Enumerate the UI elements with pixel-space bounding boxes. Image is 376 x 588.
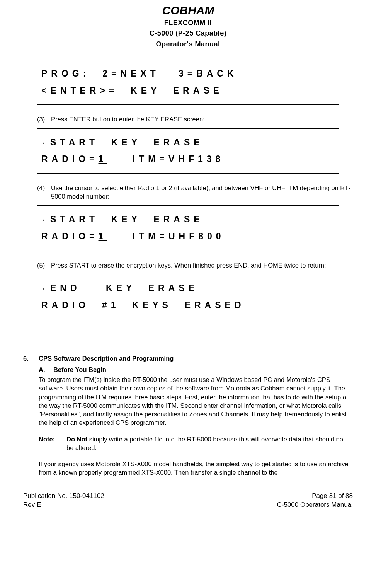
page-number: Page 31 of 88 bbox=[277, 492, 353, 501]
lcd-text: ITM=VHF138 bbox=[107, 154, 224, 164]
lcd-line: PROG: 2=NEXT 3=BACK bbox=[41, 65, 335, 82]
step-number: (4) bbox=[37, 184, 48, 192]
lcd-display-prog: PROG: 2=NEXT 3=BACK <ENTER>= KEY ERASE bbox=[37, 60, 339, 105]
section-number: 6. bbox=[23, 354, 32, 363]
lcd-display-end: ←END KEY ERASE RADIO #1 KEYS ERASED bbox=[37, 274, 339, 319]
paragraph: If your agency uses Motorola XTS-X000 mo… bbox=[39, 460, 353, 477]
lcd-text: START KEY ERASE bbox=[50, 214, 229, 224]
publication-number: Publication No. 150-041102 bbox=[23, 492, 104, 501]
subsection-a-heading: A. Before You Begin bbox=[39, 365, 353, 374]
cursor-char: 1 bbox=[99, 154, 107, 164]
lcd-line: <ENTER>= KEY ERASE bbox=[41, 82, 335, 99]
step-5: (5) Press START to erase the encryption … bbox=[37, 261, 353, 269]
cobham-logo: COBHAM bbox=[138, 4, 238, 17]
step-3: (3) Press ENTER button to enter the KEY … bbox=[37, 115, 353, 123]
lcd-text: END KEY ERASE bbox=[50, 283, 224, 293]
lcd-display-start-uhf: ←START KEY ERASE RADIO=1 ITM=UHF800 bbox=[37, 205, 339, 251]
header-line-2: C-5000 (P-25 Capable) bbox=[23, 29, 353, 38]
lcd-line: RADIO=1 ITM=VHF138 bbox=[41, 151, 335, 168]
section-title: CPS Software Description and Programming bbox=[39, 354, 174, 363]
step-number: (5) bbox=[37, 261, 48, 269]
paragraph: To program the ITM(s) inside the RT-5000… bbox=[39, 375, 353, 427]
lcd-line: ←END KEY ERASE bbox=[41, 280, 335, 297]
lcd-line: ←START KEY ERASE bbox=[41, 134, 335, 151]
header-line-1: FLEXCOMM II bbox=[23, 18, 353, 27]
section-6-heading: 6. CPS Software Description and Programm… bbox=[23, 354, 353, 363]
note-label: Note: bbox=[39, 435, 61, 452]
lcd-line: RADIO #1 KEYS ERASED bbox=[41, 297, 335, 314]
revision: Rev E bbox=[23, 501, 104, 510]
subsection-title: Before You Begin bbox=[53, 365, 106, 374]
svg-text:COBHAM: COBHAM bbox=[162, 4, 214, 17]
lcd-text: START KEY ERASE bbox=[50, 137, 229, 147]
note-body: Do Not simply write a portable file into… bbox=[66, 435, 353, 452]
header-line-3: Operator's Manual bbox=[23, 39, 353, 49]
manual-name: C-5000 Operators Manual bbox=[277, 501, 353, 510]
lcd-text: RADIO= bbox=[41, 154, 99, 164]
subsection-letter: A. bbox=[39, 365, 46, 374]
note-donot: Do Not bbox=[66, 436, 87, 443]
step-text: Use the cursor to select either Radio 1 … bbox=[51, 184, 353, 201]
left-arrow-icon: ← bbox=[41, 216, 49, 224]
left-arrow-icon: ← bbox=[41, 139, 49, 147]
cursor-char: 1 bbox=[99, 231, 107, 241]
lcd-text: RADIO= bbox=[41, 231, 99, 241]
left-arrow-icon: ← bbox=[41, 285, 49, 293]
lcd-text: ITM=UHF800 bbox=[107, 231, 225, 241]
note-block: Note: Do Not simply write a portable fil… bbox=[39, 435, 353, 452]
step-text: Press ENTER button to enter the KEY ERAS… bbox=[51, 115, 353, 123]
step-text: Press START to erase the encryption keys… bbox=[51, 261, 353, 269]
lcd-display-start-vhf: ←START KEY ERASE RADIO=1 ITM=VHF138 bbox=[37, 128, 339, 174]
page-footer: Publication No. 150-041102 Rev E Page 31… bbox=[23, 492, 353, 510]
step-4: (4) Use the cursor to select either Radi… bbox=[37, 184, 353, 201]
step-number: (3) bbox=[37, 115, 48, 123]
lcd-line: ←START KEY ERASE bbox=[41, 211, 335, 228]
note-rest: simply write a portable file into the RT… bbox=[66, 436, 345, 451]
document-header: COBHAM FLEXCOMM II C-5000 (P-25 Capable)… bbox=[23, 4, 353, 49]
lcd-line: RADIO=1 ITM=UHF800 bbox=[41, 228, 335, 245]
